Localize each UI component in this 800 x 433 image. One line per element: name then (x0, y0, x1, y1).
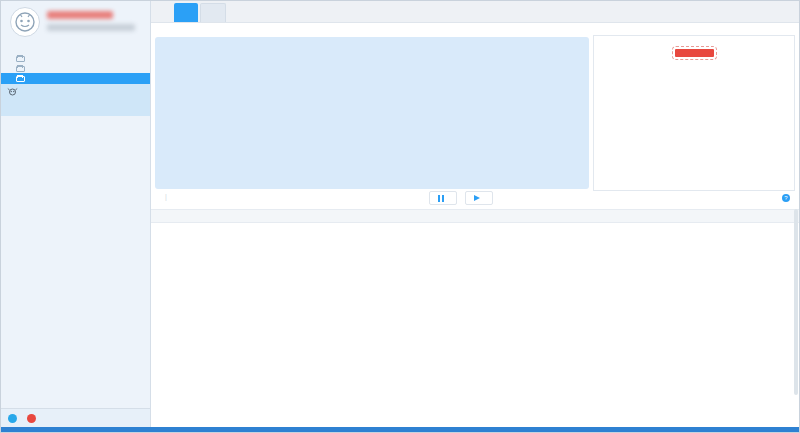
pause-icon (438, 195, 444, 202)
robot-avatar-icon (11, 8, 39, 36)
view-toolbar: | (151, 191, 799, 208)
play-icon (474, 195, 480, 201)
skype-icon (8, 414, 17, 423)
task-item[interactable] (1, 84, 150, 116)
skype-link[interactable] (8, 414, 19, 423)
pause-button[interactable] (429, 191, 457, 205)
table-header (151, 209, 799, 223)
redacted-username (47, 11, 113, 19)
tab-ladies-task[interactable] (200, 3, 226, 22)
settings-panel (593, 35, 795, 191)
tab-home[interactable] (153, 3, 172, 22)
divider: | (165, 193, 167, 200)
avatar[interactable] (10, 7, 40, 37)
window-controls (745, 0, 799, 22)
folder-icon (16, 66, 25, 72)
sidebar (1, 1, 151, 427)
start-button[interactable] (465, 191, 493, 205)
scrollbar[interactable] (794, 209, 798, 395)
main-area: ? | (151, 1, 799, 427)
speed-up-button[interactable] (675, 49, 714, 57)
sidebar-footer (1, 408, 150, 427)
folder-icon (16, 76, 25, 82)
video-link[interactable] (27, 414, 38, 423)
status-bar (1, 427, 799, 432)
app-window: ? | (0, 0, 800, 433)
redacted-account-info (47, 24, 135, 31)
speed-chart (155, 37, 589, 189)
tab-bar (151, 1, 799, 23)
chart-svg (185, 45, 581, 169)
folder-icon (16, 56, 25, 62)
data-table (151, 209, 799, 223)
sidebar-folder-default[interactable] (1, 73, 150, 84)
refresh-row (151, 23, 799, 35)
video-icon (27, 414, 36, 423)
spider-icon (7, 87, 20, 99)
tab-running-task[interactable] (174, 3, 198, 22)
